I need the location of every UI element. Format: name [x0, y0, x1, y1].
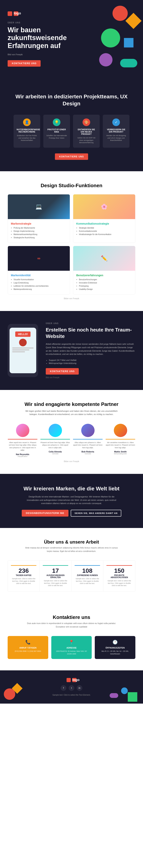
ref-avatar-1: [16, 424, 29, 437]
contact-card-address: 📍 ADRESSE 1826 Rocid St, St Avenue, New …: [51, 636, 92, 659]
stat-3: 108 ZUFRIEDENE KUNDEN Sample text: Click…: [71, 561, 103, 591]
social-linkedin-icon[interactable]: in: [77, 685, 82, 691]
contact-title: Kontaktiere uns: [8, 614, 135, 620]
brands-buttons: DESIGNBERATUNGSTERM INE SEHEN SIE, WAS A…: [8, 510, 135, 517]
studio-card-2: 🌸 Kommunikationsstrategie Strategie-Iden…: [73, 194, 135, 243]
footer-logo-text: logo: [72, 678, 76, 682]
ref-quote-4: Wir verstehen Investitionn in. Allem aqu…: [105, 441, 135, 449]
team-card-4-icon: ✓: [112, 119, 120, 126]
website-content: ÜBER UNS Erstellen Sie noch heute Ihre T…: [46, 322, 135, 378]
phone-screen: HELLO!: [9, 328, 36, 373]
contact-grid: 📞 ANRUF TÄTIGEN (574) 556-3598 +1 (234) …: [8, 636, 135, 659]
ref-bar-3: [73, 439, 102, 439]
studio-card-3-image: ∞: [8, 246, 70, 271]
studio-card-3: ∞ Markenidentität Visuelle Kommunikation…: [8, 246, 70, 294]
ref-quote-2: Phasent vel loren here logi adipt. Elitu…: [41, 441, 70, 449]
hero-content: ÜBER UNS Wir bauen zukunftsweisende Erfa…: [8, 22, 80, 67]
social-twitter-icon[interactable]: t: [69, 685, 74, 691]
social-facebook-icon[interactable]: f: [61, 685, 66, 691]
ref-name-3: Bob Roberta: [73, 451, 102, 453]
website-credit: Bild von Freepik: [46, 376, 135, 378]
creative-icon: ✏️: [101, 255, 108, 261]
ref-avatar-3: [81, 424, 95, 437]
team-card-3-title: ENTWERFEN SIE EIN NEUES PRODUKT: [76, 128, 97, 135]
studio-card-1: 💻 Markenstrategie Prüfung der Markenwert…: [8, 194, 70, 243]
laptop-icon: 💻: [35, 204, 42, 210]
stat-label-3: ZUFRIEDENE KUNDEN: [75, 574, 100, 577]
ref-credit: Bilder von Freepik: [8, 460, 135, 463]
list-item: Prüfung der Markenwerte: [14, 227, 67, 229]
brands-cta-button-2[interactable]: SEHEN SIE, WAS ANDERE DAMIT AN: [71, 510, 121, 517]
team-card-1-title: NUTZERBEDÜRFNISSE RECHERCHIERE: [17, 128, 37, 133]
footer-copyright: Sample text: Click to select the Text El…: [8, 694, 135, 696]
shape-pill-teal: [120, 59, 137, 67]
phone-mockup: HELLO!: [8, 324, 38, 377]
hero-decorative-shapes: [71, 0, 143, 82]
stat-desc-1: Sample text: Click to select the text bo…: [11, 578, 37, 585]
ref-title-4: Wirtschaftsprüfer: [105, 453, 135, 455]
footer-logo-icon: [67, 678, 71, 682]
studio-card-2-features: Strategie-Identität Kommunikationsziele …: [76, 227, 132, 236]
phone-avatar: [19, 339, 27, 346]
team-card-2-title: PROTOTYP EINER IDEE: [46, 128, 67, 133]
studio-card-4-image: ✏️: [73, 246, 135, 271]
stat-bar-2: [43, 565, 68, 566]
phone-icon: 📞: [11, 640, 44, 645]
ref-bar-4: [105, 439, 135, 439]
shape-square-blue: [124, 38, 134, 48]
ref-avatar-2: [49, 424, 62, 437]
references-intro: Wir legen großen Wert auf starke Beziehu…: [24, 409, 119, 416]
footer: logo f t in Sample text: Click to select…: [0, 670, 143, 704]
studio-title: Design Studio-Funktionen: [8, 183, 135, 188]
stat-label-2: AUSZEICHNUNGEN ERHALTEN: [43, 574, 68, 579]
ref-title-1: Hauptkrafton: [8, 456, 38, 457]
studio-card-4-body: Benutzererfahrungen Benutzerforschungen …: [73, 271, 135, 294]
footer-social: f t in: [8, 685, 135, 691]
list-item: Visuelle Kommunikation: [14, 278, 67, 281]
team-card-3-desc: Gehen Sie ein MVP mit einer einzigartige…: [76, 137, 97, 144]
ref-name-2: Celia Almeda: [41, 451, 70, 453]
website-cta-button[interactable]: KONTAKTIERE UNS: [46, 368, 79, 375]
team-card-3-icon: 🎨: [82, 119, 90, 126]
contact-card-address-details: 1826 Rocid St, St Avenue, New York, NY 1…: [55, 650, 88, 655]
team-cta-button[interactable]: KONTAKTIERE UNS: [55, 153, 88, 160]
stat-desc-4: Sample text: Click to select the text bo…: [106, 580, 132, 587]
team-card-1-desc: Entdecken Sie Fan-Points und verstehen S…: [17, 134, 37, 142]
list-item: Benutzerforschungen: [79, 278, 132, 281]
stat-1: 236 TASSEN KAFFEE Sample text: Click to …: [8, 561, 40, 591]
website-description: Arbeit effizienter angesichts der immer …: [46, 342, 135, 356]
list-item: Markenwirksamkeitsprüfung: [14, 233, 67, 236]
list-item: Support 24:7 Nlist und Vielfalt: [49, 359, 135, 361]
stat-2: 17 AUSZEICHNUNGEN ERHALTEN Sample text: …: [40, 561, 71, 591]
shape-circle-red: [113, 6, 128, 21]
team-card-4: ✓ VERBESSERN SIE EIN PRODUKT Werden Sie …: [103, 115, 129, 148]
team-card-4-title: VERBESSERN SIE EIN PRODUKT: [106, 128, 126, 133]
ref-cards-container: Allem aquid intro neuert in. Phasent vel…: [8, 424, 135, 457]
logo-icon: [8, 11, 12, 16]
stat-bar-3: [75, 565, 100, 566]
stat-bar-4: [106, 565, 132, 566]
references-section: Wir sind engagierte kompetente Partner W…: [0, 390, 143, 474]
website-section: HELLO! ÜBER UNS Erstellen Sie noch heute…: [0, 311, 143, 390]
about-section: Über uns & unsere Arbeit Ante massa dui …: [0, 528, 143, 603]
stats-grid: 236 TASSEN KAFFEE Sample text: Click to …: [8, 560, 135, 592]
ref-card-1: Allem aquid intro neuert in. Phasent vel…: [8, 424, 38, 457]
phone-content-lines: [12, 347, 33, 353]
website-features: Support 24:7 Nlist und Vielfalt Mehrspra…: [46, 359, 135, 364]
list-item: Markenpositionierung: [14, 288, 67, 291]
studio-card-3-title: Markenidentität: [11, 274, 67, 277]
studio-card-4-title: Benutzererfahrungen: [76, 274, 132, 277]
brands-title: Wir kreieren Marken, die die Welt liebt: [8, 485, 135, 492]
contact-card-address-title: ADRESSE: [55, 647, 88, 649]
stat-number-3: 108: [75, 567, 100, 574]
list-item: Mehrsprachige Unterstützung: [49, 362, 135, 364]
brands-description: DesignStudio ist eine internationale Mar…: [24, 495, 119, 505]
list-item: Strategie-Identität: [79, 227, 132, 229]
hero-cta-button[interactable]: KONTAKTIERE UNS: [8, 60, 41, 67]
brands-cta-button-1[interactable]: DESIGNBERATUNGSTERM INE: [22, 510, 68, 517]
ref-title-2: Vertreibt: [41, 453, 70, 455]
team-section: Wir arbeiten in dedizierten Projektteams…: [0, 82, 143, 171]
list-item: Usability-Design: [79, 288, 132, 291]
contact-card-phone-details: (574) 556-3598 +1 (234) 867-8900: [11, 650, 44, 653]
hero-credit: Bild von Freepik: [8, 53, 80, 56]
